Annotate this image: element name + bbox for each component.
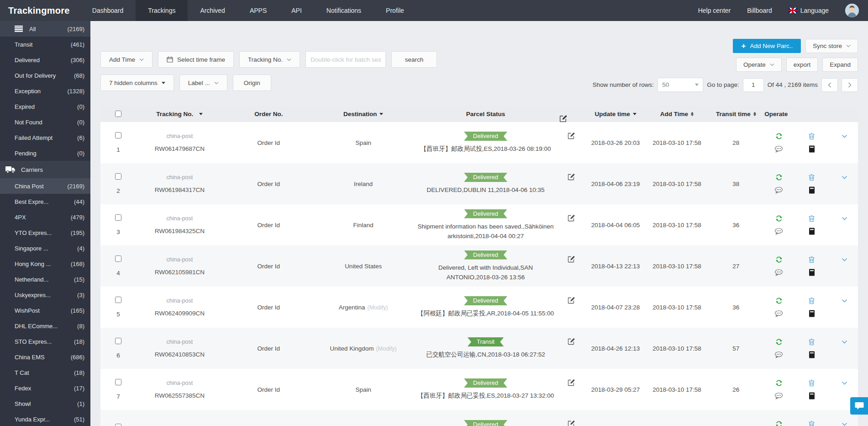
sidebar-item[interactable]: Hong Kong ... (168) — [0, 256, 90, 272]
delete-icon[interactable] — [808, 379, 815, 387]
sidebar-item[interactable]: Exception (1328) — [0, 83, 90, 99]
sidebar-item[interactable]: STO Expres... (18) — [0, 334, 90, 349]
expand-row-chevron-icon[interactable] — [842, 422, 847, 426]
comment-icon[interactable] — [774, 351, 783, 358]
sidebar-item[interactable]: DHL EComme... (8) — [0, 318, 90, 334]
archive-icon[interactable] — [809, 310, 815, 317]
expand-button[interactable]: Expand — [822, 58, 858, 72]
delete-icon[interactable] — [808, 338, 815, 346]
brand-logo[interactable]: Trackingmore — [0, 0, 80, 21]
sidebar-item[interactable]: China EMS (686) — [0, 349, 90, 365]
prev-page-button[interactable] — [821, 78, 838, 92]
delete-icon[interactable] — [808, 421, 815, 426]
delete-icon[interactable] — [808, 215, 815, 222]
expand-row-chevron-icon[interactable] — [842, 176, 847, 180]
sidebar-item[interactable]: Delivered (306) — [0, 52, 90, 68]
tracking-no-dropdown[interactable]: Tracking No. — [239, 51, 300, 68]
row-checkbox[interactable] — [115, 173, 121, 180]
refresh-icon[interactable] — [775, 133, 783, 140]
sidebar-carriers-header[interactable]: Carriers — [0, 161, 90, 178]
nav-billboard[interactable]: Billboard — [747, 7, 772, 14]
header-edit-icon[interactable] — [559, 105, 584, 123]
header-tracking-no[interactable]: Tracking No. — [136, 111, 223, 117]
sidebar-item[interactable]: Singapore ... (4) — [0, 240, 90, 256]
header-update-time[interactable]: Update time — [584, 111, 647, 117]
refresh-icon[interactable] — [775, 174, 783, 181]
expand-row-chevron-icon[interactable] — [842, 217, 847, 221]
refresh-icon[interactable] — [775, 215, 783, 222]
delete-icon[interactable] — [808, 133, 815, 140]
nav-tab[interactable]: Trackings — [136, 0, 188, 21]
sidebar-item[interactable]: YTO Expres... (195) — [0, 225, 90, 240]
sidebar-item[interactable]: Pending (0) — [0, 145, 90, 161]
archive-icon[interactable] — [809, 351, 815, 358]
sidebar-item[interactable]: WishPost (165) — [0, 303, 90, 318]
row-checkbox[interactable] — [115, 256, 121, 262]
add-time-dropdown[interactable]: Add Time — [100, 51, 153, 68]
tracking-number[interactable]: RW062557385CN — [155, 392, 205, 399]
sidebar-item[interactable]: Best Expre... (44) — [0, 194, 90, 209]
delete-icon[interactable] — [808, 256, 815, 263]
refresh-icon[interactable] — [775, 297, 783, 304]
select-all-checkbox[interactable] — [115, 111, 121, 117]
add-new-parcel-button[interactable]: + Add New Parc.. — [733, 39, 801, 53]
archive-icon[interactable] — [809, 228, 815, 235]
expand-row-chevron-icon[interactable] — [842, 134, 847, 138]
sidebar-item[interactable]: Showl (1) — [0, 396, 90, 411]
origin-button[interactable]: Origin — [233, 75, 271, 91]
comment-icon[interactable] — [774, 187, 783, 194]
sidebar-item[interactable]: China Post (2169) — [0, 178, 90, 194]
modify-link[interactable]: (Modify) — [367, 304, 388, 311]
nav-help-center[interactable]: Help center — [698, 7, 731, 14]
nav-language[interactable]: Language — [789, 7, 829, 14]
nav-tab[interactable]: Profile — [374, 0, 416, 21]
archive-icon[interactable] — [809, 269, 815, 276]
search-button[interactable]: search — [391, 51, 437, 68]
sidebar-item[interactable]: Uskyexpres... (3) — [0, 287, 90, 303]
archive-icon[interactable] — [809, 145, 815, 153]
edit-note-icon[interactable] — [567, 419, 576, 426]
archive-icon[interactable] — [809, 186, 815, 194]
header-destination[interactable]: Destination — [314, 111, 413, 117]
expand-row-chevron-icon[interactable] — [842, 340, 847, 344]
sidebar-item[interactable]: 4PX (479) — [0, 209, 90, 225]
comment-icon[interactable] — [774, 393, 783, 399]
expand-row-chevron-icon[interactable] — [842, 381, 847, 385]
tracking-number[interactable]: RW061479687CN — [155, 145, 205, 152]
operate-dropdown[interactable]: Operate — [736, 58, 782, 72]
sidebar-item[interactable]: Fedex (17) — [0, 380, 90, 396]
modify-link[interactable]: (Modify) — [376, 346, 397, 352]
delete-icon[interactable] — [808, 174, 815, 181]
row-checkbox[interactable] — [115, 132, 121, 138]
edit-note-icon[interactable] — [567, 255, 576, 263]
user-avatar[interactable] — [845, 4, 859, 17]
row-checkbox[interactable] — [115, 297, 121, 303]
edit-note-icon[interactable] — [567, 131, 576, 140]
tracking-number[interactable]: RW062409909CN — [155, 310, 205, 317]
tracking-number[interactable]: RW061984317CN — [155, 186, 205, 193]
nav-tab[interactable]: Dashboard — [80, 0, 136, 21]
batch-search-input[interactable] — [305, 51, 386, 68]
nav-tab[interactable]: API — [279, 0, 314, 21]
export-button[interactable]: export — [786, 58, 818, 72]
header-transit-time[interactable]: Transit time — [706, 111, 765, 117]
row-checkbox[interactable] — [115, 424, 121, 426]
edit-note-icon[interactable] — [567, 296, 576, 304]
comment-icon[interactable] — [774, 146, 783, 153]
nav-tab[interactable]: APPS — [237, 0, 279, 21]
tracking-number[interactable]: RW062410853CN — [155, 351, 205, 358]
edit-note-icon[interactable] — [567, 172, 576, 181]
refresh-icon[interactable] — [775, 379, 783, 387]
sidebar-item[interactable]: Expired (0) — [0, 99, 90, 114]
sidebar-item[interactable]: Netherland... (15) — [0, 272, 90, 287]
refresh-icon[interactable] — [775, 256, 783, 263]
sidebar-item[interactable]: Yunda Expr... (51) — [0, 411, 90, 426]
row-checkbox[interactable] — [115, 214, 121, 221]
sidebar-item[interactable]: T Cat (18) — [0, 365, 90, 380]
expand-row-chevron-icon[interactable] — [842, 299, 847, 303]
expand-row-chevron-icon[interactable] — [842, 258, 847, 262]
edit-note-icon[interactable] — [567, 337, 576, 346]
label-filter-dropdown[interactable]: Label ... — [179, 75, 227, 91]
tracking-number[interactable]: RW062105981CN — [155, 269, 205, 276]
select-time-frame-button[interactable]: Select time frame — [158, 51, 234, 68]
